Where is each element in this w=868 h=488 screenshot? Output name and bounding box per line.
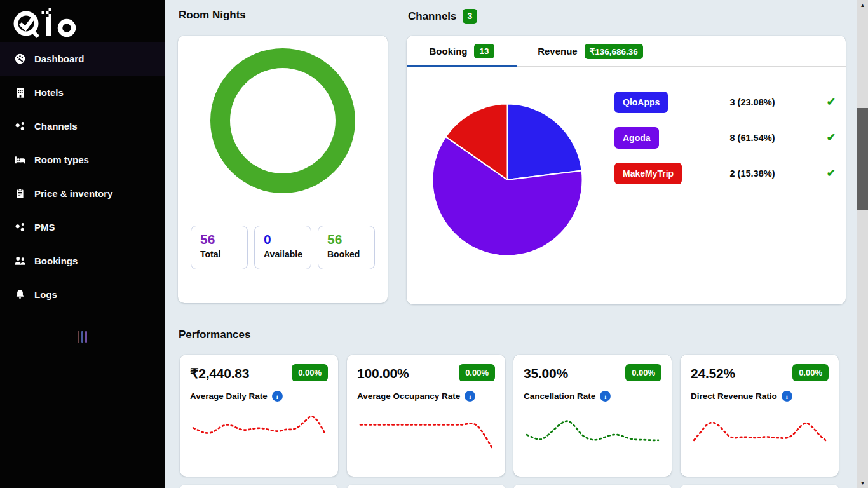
stat-total-label: Total <box>200 249 247 259</box>
legend-divider <box>606 89 606 286</box>
stat-available-value: 0 <box>264 232 311 247</box>
adr-change-badge: 0.00% <box>292 364 328 381</box>
room-nights-title: Room Nights <box>179 9 246 22</box>
check-icon: ✔ <box>813 131 836 144</box>
channels-pie-chart <box>431 103 584 257</box>
sidebar-item-dashboard[interactable]: Dashboard <box>0 42 165 76</box>
grip-bar <box>81 331 83 343</box>
legend-value-makemytrip: 2 (15.38%) <box>692 168 813 179</box>
room-nights-donut-chart <box>178 36 388 207</box>
legend-badge-qloapps[interactable]: QloApps <box>614 92 668 113</box>
scroll-down-icon[interactable]: ▼ <box>857 478 868 488</box>
cancellation-label: Cancellation Rate <box>524 391 595 401</box>
channels-legend: QloApps 3 (23.08%) ✔ Agoda 8 (61.54%) ✔ … <box>614 90 836 197</box>
cancellation-change-badge: 0.00% <box>625 364 661 381</box>
room-nights-stats: 56 Total 0 Available 56 Booked <box>191 226 375 269</box>
cancellation-sparkline-chart <box>524 404 661 456</box>
tab-revenue-label: Revenue <box>538 46 578 57</box>
legend-value-agoda: 8 (61.54%) <box>692 133 813 143</box>
tab-booking-label: Booking <box>429 46 467 57</box>
sidebar-item-pms[interactable]: PMS <box>0 210 165 244</box>
sidebar-item-hotels[interactable]: Hotels <box>0 76 165 109</box>
tab-revenue[interactable]: Revenue ₹136,686.36 <box>517 36 664 67</box>
adr-value: ₹2,440.83 <box>190 366 249 381</box>
performances-title-text: Performances <box>179 329 250 341</box>
channels-tabs: Booking 13 Revenue ₹136,686.36 <box>407 36 846 67</box>
sidebar-item-label: Room types <box>34 154 89 165</box>
sidebar-item-label: Price & inventory <box>34 188 112 199</box>
main-content: Room Nights 56 Total 0 Available 56 Book… <box>165 0 857 488</box>
peek-card <box>681 485 839 488</box>
occupancy-sparkline-chart <box>357 404 495 456</box>
sidebar-item-label: Logs <box>34 289 57 300</box>
tab-booking-badge: 13 <box>474 44 494 58</box>
adr-label: Average Daily Rate <box>190 391 268 401</box>
channels-count-badge: 3 <box>463 9 478 24</box>
performances-title: Performances <box>179 329 250 341</box>
occupancy-change-badge: 0.00% <box>459 364 495 381</box>
cancellation-value: 35.00% <box>524 366 568 381</box>
drr-value: 24.52% <box>691 366 735 381</box>
channels-card: Booking 13 Revenue ₹136,686.36 QloApps 3… <box>407 36 846 304</box>
peek-card <box>513 485 672 488</box>
tab-booking[interactable]: Booking 13 <box>407 36 517 67</box>
qlo-logo[interactable] <box>0 0 165 39</box>
channels-title-text: Channels <box>408 10 457 23</box>
legend-badge-agoda[interactable]: Agoda <box>614 127 659 149</box>
check-icon: ✔ <box>813 95 836 109</box>
sidebar-item-label: Dashboard <box>34 53 84 64</box>
stat-total-value: 56 <box>200 232 247 247</box>
stat-total: 56 Total <box>191 226 248 269</box>
stat-booked: 56 Booked <box>318 226 375 269</box>
tab-revenue-badge: ₹136,686.36 <box>585 44 643 59</box>
occupancy-value: 100.00% <box>357 366 409 381</box>
sidebar-resize-grip[interactable] <box>78 331 87 343</box>
scrollbar-thumb[interactable] <box>857 108 868 210</box>
stat-available-label: Available <box>264 249 311 259</box>
perf-card-direct-revenue-ratio: 24.52% 0.00% Direct Revenue Ratio i <box>681 355 839 477</box>
sidebar-item-channels[interactable]: Channels <box>0 109 165 143</box>
stat-booked-value: 56 <box>327 232 374 247</box>
sidebar-item-price-inventory[interactable]: Price & inventory <box>0 177 165 210</box>
stat-available: 0 Available <box>254 226 311 269</box>
adr-sparkline-chart <box>190 404 328 456</box>
channels-pie-svg <box>431 103 584 257</box>
room-nights-card: 56 Total 0 Available 56 Booked <box>178 36 388 303</box>
peek-card <box>347 485 505 488</box>
scroll-up-icon[interactable]: ▲ <box>857 0 868 10</box>
pms-nodes-icon <box>14 221 26 233</box>
info-icon[interactable]: i <box>782 391 792 402</box>
channels-nodes-icon <box>14 120 26 132</box>
info-icon[interactable]: i <box>272 391 283 402</box>
room-nights-title-text: Room Nights <box>179 9 246 22</box>
sidebar: Dashboard Hotels Channels <box>0 0 165 488</box>
drr-label: Direct Revenue Ratio <box>691 391 777 401</box>
grip-bar <box>78 331 79 343</box>
info-icon[interactable]: i <box>465 391 475 402</box>
info-icon[interactable]: i <box>600 391 611 402</box>
perf-card-cancellation-rate: 35.00% 0.00% Cancellation Rate i <box>513 355 672 477</box>
drr-change-badge: 0.00% <box>792 364 829 381</box>
legend-badge-makemytrip[interactable]: MakeMyTrip <box>614 163 682 184</box>
sidebar-item-label: PMS <box>34 222 55 233</box>
legend-row-agoda: Agoda 8 (61.54%) ✔ <box>614 126 836 149</box>
hotel-building-icon <box>14 86 26 98</box>
clipboard-icon <box>14 187 26 200</box>
dashboard-icon <box>14 53 26 65</box>
sidebar-item-room-types[interactable]: Room types <box>0 143 165 177</box>
perf-card-average-occupancy-rate: 100.00% 0.00% Average Occupancy Rate i <box>347 355 505 477</box>
sidebar-item-logs[interactable]: Logs <box>0 278 165 311</box>
sidebar-item-bookings[interactable]: Bookings <box>0 244 165 278</box>
sidebar-item-label: Channels <box>34 121 78 132</box>
bed-icon <box>14 154 26 166</box>
stat-booked-label: Booked <box>327 249 374 259</box>
sidebar-menu: Dashboard Hotels Channels <box>0 42 165 311</box>
bell-icon <box>14 288 26 301</box>
perf-card-average-daily-rate: ₹2,440.83 0.00% Average Daily Rate i <box>180 355 338 477</box>
vertical-scrollbar[interactable]: ▲ ▼ <box>857 0 868 488</box>
drr-sparkline-chart <box>691 404 829 456</box>
channels-title: Channels 3 <box>408 9 477 24</box>
legend-row-makemytrip: MakeMyTrip 2 (15.38%) ✔ <box>614 161 836 185</box>
occupancy-label: Average Occupancy Rate <box>357 391 460 401</box>
grip-bar <box>85 331 87 343</box>
